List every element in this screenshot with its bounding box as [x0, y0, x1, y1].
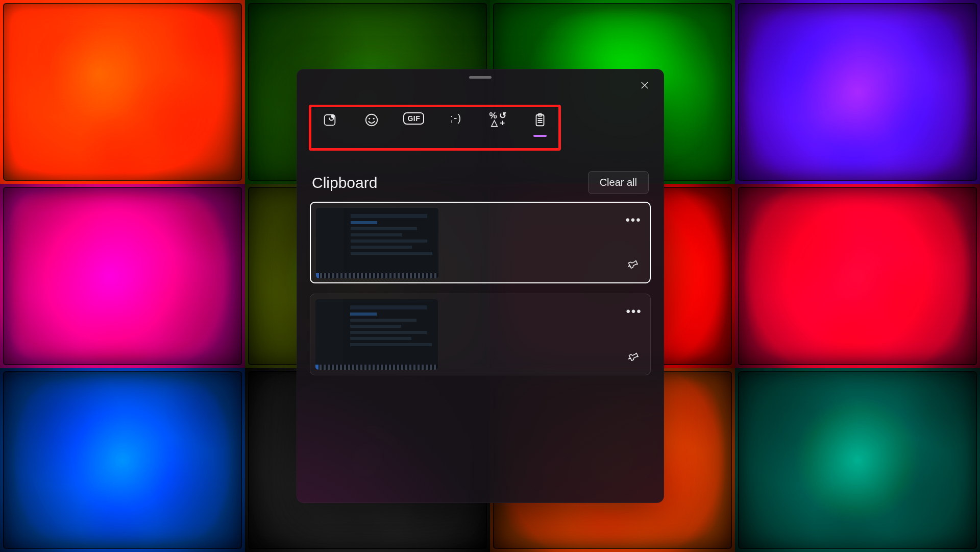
svg-point-4 [373, 118, 375, 119]
tab-kaomoji[interactable]: ;-) [445, 112, 467, 131]
close-button[interactable] [636, 78, 653, 94]
emoji-icon [364, 112, 379, 130]
gif-icon: GIF [403, 112, 424, 125]
clipboard-thumbnail [315, 299, 438, 370]
pin-icon [628, 258, 639, 272]
item-pin-button[interactable] [625, 348, 643, 367]
tab-gif[interactable]: GIF [403, 112, 425, 132]
symbols-icon: % ↺△ + [489, 112, 507, 127]
recent-icon [322, 112, 337, 130]
clipboard-icon [532, 112, 548, 130]
clipboard-item[interactable]: ••• [310, 202, 651, 283]
emoji-clipboard-panel: GIF ;-) % ↺△ + Clipboard Clear all [297, 69, 664, 503]
clipboard-thumbnail [316, 208, 438, 278]
tab-clipboard[interactable] [529, 112, 551, 137]
item-pin-button[interactable] [624, 256, 643, 274]
tab-symbols[interactable]: % ↺△ + [486, 112, 509, 134]
clipboard-item-list: ••• ••• [310, 202, 651, 375]
item-more-button[interactable]: ••• [625, 302, 643, 321]
pin-icon [628, 351, 640, 364]
clear-all-button[interactable]: Clear all [588, 171, 649, 194]
close-icon [640, 80, 650, 92]
svg-point-3 [369, 118, 371, 119]
svg-point-2 [366, 114, 378, 126]
svg-point-1 [331, 115, 335, 118]
clipboard-item[interactable]: ••• [310, 294, 651, 375]
drag-handle[interactable] [469, 76, 492, 79]
tab-emoji[interactable] [360, 112, 383, 137]
item-more-button[interactable]: ••• [624, 211, 643, 229]
category-tab-row-highlight: GIF ;-) % ↺△ + [309, 105, 561, 151]
section-title: Clipboard [312, 174, 377, 191]
kaomoji-icon: ;-) [450, 112, 461, 124]
tab-recent[interactable] [318, 112, 341, 137]
